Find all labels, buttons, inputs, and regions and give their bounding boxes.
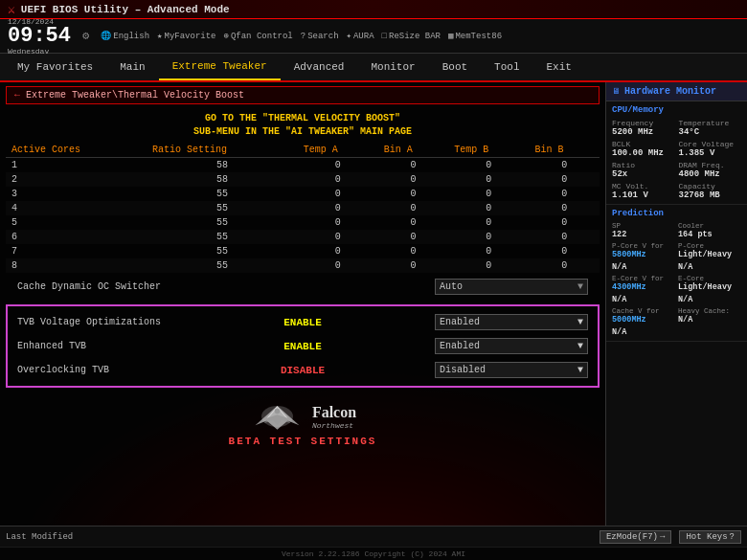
tvb-dropdown[interactable]: Disabled▼ — [435, 362, 588, 378]
settings-icon[interactable]: ⚙ — [82, 29, 89, 43]
last-modified-label: Last Modified — [6, 532, 73, 542]
table-row[interactable]: 2580000 — [6, 172, 600, 187]
prediction-section: Prediction SP 122 Cooler 164 pts P-Core … — [606, 205, 747, 342]
tvb-row-label: Enhanced TVB — [17, 341, 208, 351]
hw-cell: Capacity 32768 MB — [679, 182, 742, 200]
globe-icon: 🌐 — [101, 31, 111, 41]
hw-cell-value: 34°C — [679, 127, 742, 137]
pred-cell-pcore-lh: P-Core Light/Heavy — [678, 242, 741, 259]
hw-cell-label: MC Volt. — [612, 182, 675, 190]
table-row[interactable]: 6550000 — [6, 230, 600, 244]
pred-cell-pcore-val2: N/A — [678, 262, 741, 272]
falcon-text: Falcon Northwest — [312, 404, 356, 430]
nav-main[interactable]: Main — [106, 54, 158, 80]
dropdown-arrow-icon: ▼ — [577, 365, 583, 375]
nav-monitor[interactable]: Monitor — [357, 54, 428, 80]
myfavorite-link[interactable]: ★ MyFavorite — [157, 31, 215, 41]
tvb-badge: ENABLE — [208, 341, 398, 352]
tvb-row: TVB Voltage OptimizationsENABLEEnabled▼ — [8, 310, 598, 334]
app-title: UEFI BIOS Utility – Advanced Mode — [21, 4, 230, 15]
main-container: ⚔ UEFI BIOS Utility – Advanced Mode 12/1… — [0, 0, 747, 560]
cores-table: Active Cores Ratio Setting Temp A Bin A … — [6, 143, 600, 273]
footer-area: Falcon Northwest BETA TEST SETTINGS — [0, 392, 605, 449]
hw-cell: MC Volt. 1.101 V — [612, 182, 675, 200]
star-icon: ★ — [157, 31, 162, 41]
hw-cell-label: DRAM Freq. — [679, 161, 742, 169]
resize-bar-link[interactable]: □ ReSize BAR — [382, 31, 441, 41]
table-row[interactable]: 1580000 — [6, 158, 600, 173]
nav-tool[interactable]: Tool — [481, 54, 532, 80]
table-row[interactable]: 5550000 — [6, 215, 600, 230]
qfan-link[interactable]: ⊕ Qfan Control — [224, 31, 293, 41]
hw-cell: DRAM Freq. 4800 MHz — [679, 161, 742, 179]
aura-link[interactable]: ✦ AURA — [347, 31, 374, 41]
cache-dynamic-dropdown[interactable]: Auto ▼ — [435, 279, 588, 295]
content-area: ← Extreme Tweaker\Thermal Velocity Boost… — [0, 82, 747, 526]
search-link[interactable]: ? Search — [301, 31, 339, 41]
hw-cell-label: Frequency — [612, 119, 675, 127]
hot-keys-icon: ? — [730, 532, 735, 542]
nav-extreme-tweaker[interactable]: Extreme Tweaker — [159, 54, 281, 80]
aura-icon: ✦ — [347, 31, 351, 41]
col-ratio-setting: Ratio Setting — [147, 143, 298, 158]
hw-cell-value: 5200 MHz — [612, 127, 675, 137]
tvb-dropdown[interactable]: Enabled▼ — [435, 314, 588, 330]
col-active-cores: Active Cores — [6, 143, 147, 158]
datetime: 12/18/2024 09:54 Wednesday — [8, 17, 71, 56]
ez-mode-arrow-icon: → — [660, 532, 665, 542]
time-display: 09:54 — [8, 26, 71, 47]
status-buttons: EzMode(F7) → Hot Keys ? — [600, 530, 741, 544]
table-row[interactable]: 4550000 — [6, 201, 600, 215]
nav-exit[interactable]: Exit — [533, 54, 585, 80]
english-link[interactable]: 🌐 English — [101, 31, 149, 41]
pred-cell-sp: SP 122 — [612, 222, 675, 239]
nav-my-favorites[interactable]: My Favorites — [4, 54, 106, 80]
hw-cell-label: BCLK — [612, 140, 675, 148]
pred-cell-pcore-val: N/A — [612, 262, 675, 272]
falcon-brand: Falcon — [312, 404, 356, 421]
tvb-row: Overclocking TVBDISABLEDisabled▼ — [8, 358, 598, 382]
col-temp-b: Temp B — [448, 143, 529, 158]
hw-cell-label: Core Voltage — [679, 140, 742, 148]
tvb-row-label: TVB Voltage Optimizations — [17, 317, 208, 327]
monitor-icon: 🖥 — [612, 86, 621, 97]
table-row[interactable]: 3550000 — [6, 187, 600, 201]
breadcrumb[interactable]: ← Extreme Tweaker\Thermal Velocity Boost — [6, 86, 600, 104]
pred-cell-cooler: Cooler 164 pts — [678, 222, 741, 239]
cpu-memory-title: CPU/Memory — [612, 105, 741, 115]
tvb-dropdown[interactable]: Enabled▼ — [435, 338, 588, 354]
hw-cell-label: Ratio — [612, 161, 675, 169]
table-row[interactable]: 7550000 — [6, 244, 600, 258]
pred-cell-pcore-v: P-Core V for 5800MHz — [612, 242, 675, 259]
pred-cell-ecore-val2: N/A — [678, 295, 741, 304]
pred-cell-cache-lh: Heavy Cache: N/A — [678, 307, 741, 325]
nav-advanced[interactable]: Advanced — [281, 54, 358, 80]
hot-keys-button[interactable]: Hot Keys ? — [679, 530, 741, 544]
cache-dynamic-row: Cache Dynamic OC Switcher Auto ▼ — [6, 275, 600, 299]
nav-boot[interactable]: Boot — [429, 54, 481, 80]
hw-cell: Frequency 5200 MHz — [612, 119, 675, 137]
copyright-bar: Version 2.22.1286 Copyright (C) 2024 AMI — [0, 547, 747, 560]
cache-dynamic-label: Cache Dynamic OC Switcher — [17, 281, 161, 292]
table-row[interactable]: 8550000 — [6, 258, 600, 273]
memtest-link[interactable]: ▦ MemTest86 — [448, 31, 502, 41]
info-links: 🌐 English ★ MyFavorite ⊕ Qfan Control ? … — [101, 31, 502, 41]
hw-cell-value: 1.101 V — [612, 190, 675, 200]
hw-cell: BCLK 100.00 MHz — [612, 140, 675, 158]
back-arrow-icon: ← — [14, 90, 20, 101]
falcon-image — [249, 397, 306, 436]
hw-cell: Core Voltage 1.385 V — [679, 140, 742, 158]
tvb-badge: ENABLE — [208, 317, 398, 328]
hw-cell-value: 100.00 MHz — [612, 148, 675, 158]
left-panel: ← Extreme Tweaker\Thermal Velocity Boost… — [0, 82, 605, 526]
falcon-sub: Northwest — [312, 421, 356, 430]
tvb-settings-box: TVB Voltage OptimizationsENABLEEnabled▼E… — [6, 304, 600, 388]
pred-cell-cache-val: N/A — [612, 327, 675, 337]
memtest-icon: ▦ — [448, 31, 453, 41]
title-bar: ⚔ UEFI BIOS Utility – Advanced Mode — [0, 0, 747, 19]
ez-mode-button[interactable]: EzMode(F7) → — [600, 530, 671, 544]
tvb-row-label: Overclocking TVB — [17, 365, 208, 375]
right-panel: 🖥 Hardware Monitor CPU/Memory Frequency … — [605, 82, 747, 526]
hw-cell-label: Temperature — [679, 119, 742, 127]
hw-cell-label: Capacity — [679, 182, 742, 190]
